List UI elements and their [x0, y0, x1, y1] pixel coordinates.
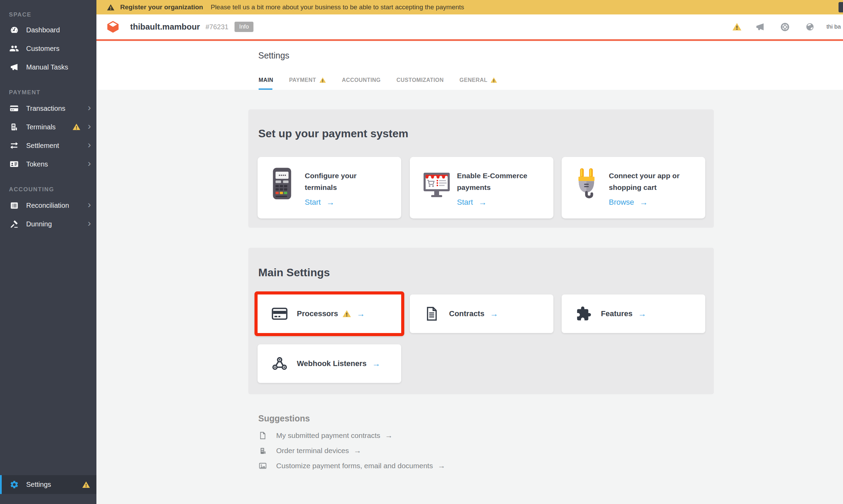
settings-tabs: MAIN PAYMENT ACCOUNTING CUSTOMIZATION GE…	[259, 77, 497, 90]
sidebar-item-customers[interactable]: Customers	[0, 39, 96, 58]
sidebar-item-transactions[interactable]: Transactions ›	[0, 99, 96, 118]
banner-title: Register your organization	[120, 3, 203, 11]
banner-message: Please tell us a bit more about your bus…	[211, 3, 464, 11]
sidebar-item-settings[interactable]: Settings	[0, 475, 96, 494]
announcements-megaphone-icon[interactable]	[755, 22, 765, 32]
suggestion-submitted-contracts[interactable]: My submitted payment contracts →	[258, 430, 393, 441]
suggestion-label: My submitted payment contracts	[276, 431, 380, 440]
app-root: SPACE Dashboard Customers Manual Tasks P…	[0, 0, 843, 504]
setup-card-title: Connect your app orshopping cart	[609, 170, 679, 193]
sidebar-item-settlement[interactable]: Settlement ›	[0, 136, 96, 155]
start-link[interactable]: Start →	[457, 197, 487, 207]
id-card-icon	[9, 159, 19, 169]
tab-label: MAIN	[259, 77, 273, 83]
arrow-right-icon: →	[639, 197, 648, 207]
globe-icon[interactable]	[805, 22, 815, 32]
card-label: Processors	[297, 309, 338, 318]
credit-card-icon	[9, 103, 19, 114]
tab-label: GENERAL	[459, 77, 487, 83]
arrow-right-icon: →	[326, 197, 334, 207]
suggestion-customize-forms[interactable]: Customize payment forms, email and docum…	[258, 460, 445, 471]
terminal-device-icon	[9, 122, 19, 132]
suggestion-order-terminals[interactable]: Order terminal devices →	[258, 445, 361, 456]
tab-label: PAYMENT	[289, 77, 316, 83]
settings-page-head: Settings MAIN PAYMENT ACCOUNTING CUSTOMI…	[96, 41, 843, 90]
tab-customization[interactable]: CUSTOMIZATION	[396, 77, 444, 90]
gear-icon	[9, 480, 19, 490]
chevron-right-icon: ›	[88, 159, 91, 168]
card-features[interactable]: Features →	[562, 294, 705, 333]
card-contracts[interactable]: Contracts →	[410, 294, 553, 333]
card-label: Features	[601, 309, 633, 318]
sidebar-item-manual-tasks[interactable]: Manual Tasks	[0, 58, 96, 76]
sidebar-item-terminals[interactable]: Terminals ›	[0, 118, 96, 136]
warning-icon	[72, 123, 81, 131]
arrow-right-icon: →	[354, 446, 361, 455]
sidebar-item-label: Settlement	[26, 142, 59, 150]
setup-card-ecommerce[interactable]: Enable E-Commercepayments Start →	[410, 157, 553, 218]
setup-panel-title: Set up your payment system	[258, 127, 408, 140]
tab-general[interactable]: GENERAL	[459, 77, 497, 90]
main-settings-panel: Main Settings Processors → Contracts → F…	[248, 248, 714, 394]
card-processors[interactable]: Processors →	[254, 291, 404, 336]
sidebar-section-accounting: ACCOUNTING	[9, 186, 54, 193]
suggestion-label: Order terminal devices	[276, 447, 349, 455]
help-lifebuoy-icon[interactable]	[780, 22, 790, 32]
chevron-right-icon: ›	[88, 103, 91, 112]
link-label: Start	[457, 198, 473, 207]
sidebar-item-label: Manual Tasks	[26, 63, 68, 71]
app-header: thibault.mambour #76231 Info thi ba	[96, 14, 843, 41]
register-banner: Register your organization Please tell u…	[96, 0, 843, 14]
sidebar-item-reconciliation[interactable]: Reconciliation ›	[0, 196, 96, 215]
transfer-arrows-icon	[9, 140, 19, 151]
payment-terminal-illustration	[271, 167, 293, 202]
browse-link[interactable]: Browse →	[609, 197, 648, 207]
setup-card-connect-app[interactable]: Connect your app orshopping cart Browse …	[562, 157, 705, 218]
cube-logo-icon	[107, 21, 119, 33]
sidebar-item-label: Terminals	[26, 123, 56, 131]
card-label: Contracts	[449, 309, 485, 318]
start-link[interactable]: Start →	[305, 197, 334, 207]
arrow-right-icon: →	[478, 197, 487, 207]
card-webhook-listeners[interactable]: Webhook Listeners →	[258, 344, 401, 383]
sidebar-item-label: Settings	[26, 481, 51, 489]
tab-payment[interactable]: PAYMENT	[289, 77, 326, 90]
setup-card-title: Configure yourterminals	[305, 170, 357, 193]
document-icon	[424, 305, 440, 322]
list-icon	[9, 200, 19, 211]
sidebar-item-dunning[interactable]: Dunning ›	[0, 215, 96, 233]
people-icon	[9, 43, 19, 54]
setup-payment-panel: Set up your payment system Configure you…	[248, 109, 714, 228]
warning-icon	[82, 481, 90, 489]
suggestion-label: Customize payment forms, email and docum…	[276, 462, 433, 470]
credit-card-icon	[271, 305, 288, 322]
account-name: thibault.mambour	[130, 22, 200, 32]
gavel-icon	[9, 219, 19, 229]
warning-icon	[107, 3, 115, 11]
tab-accounting[interactable]: ACCOUNTING	[342, 77, 381, 90]
document-icon	[258, 431, 267, 440]
setup-card-configure-terminals[interactable]: Configure yourterminals Start →	[258, 157, 401, 218]
info-badge[interactable]: Info	[235, 22, 253, 32]
plug-illustration	[575, 167, 598, 202]
sidebar: SPACE Dashboard Customers Manual Tasks P…	[0, 0, 96, 504]
suggestions-title: Suggestions	[258, 414, 310, 423]
chevron-right-icon: ›	[88, 200, 91, 210]
sidebar-item-dashboard[interactable]: Dashboard	[0, 21, 96, 39]
sidebar-item-tokens[interactable]: Tokens ›	[0, 155, 96, 173]
warning-icon	[342, 309, 351, 318]
tab-main[interactable]: MAIN	[259, 77, 273, 90]
terminal-device-icon	[258, 446, 267, 455]
link-label: Start	[305, 198, 321, 207]
warning-icon	[490, 77, 497, 84]
tab-label: ACCOUNTING	[342, 77, 381, 83]
sidebar-item-label: Tokens	[26, 160, 48, 168]
user-name-cut[interactable]: thi ba	[826, 23, 841, 30]
chevron-right-icon: ›	[88, 218, 91, 228]
warning-icon[interactable]	[732, 22, 742, 32]
setup-card-title: Enable E-Commercepayments	[457, 170, 527, 193]
card-label: Webhook Listeners	[297, 359, 367, 368]
arrow-right-icon: →	[357, 309, 365, 319]
start-button[interactable]: S	[839, 2, 843, 12]
sidebar-section-space: SPACE	[9, 11, 31, 18]
